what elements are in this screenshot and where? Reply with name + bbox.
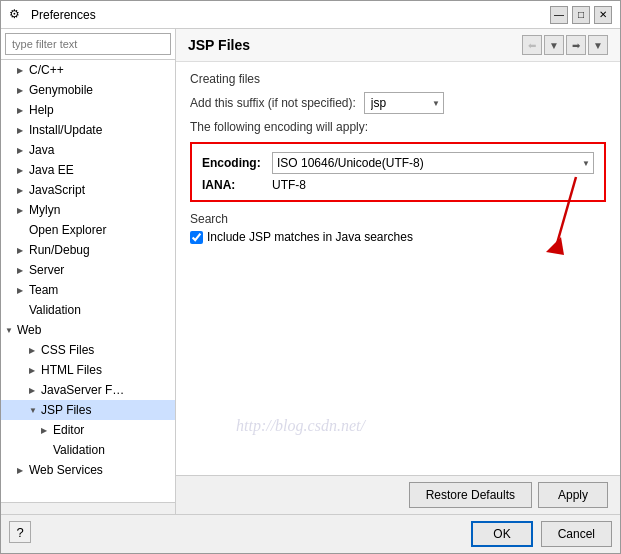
nav-dropdown-button[interactable]: ▼ [544,35,564,55]
sidebar-item-genymobile[interactable]: ▶ Genymobile [1,80,175,100]
sidebar-scrollbar[interactable] [1,502,175,514]
iana-label: IANA: [202,178,272,192]
panel-nav: ⬅ ▼ ➡ ▼ [522,35,608,55]
suffix-select-wrapper: jsp jspx jsf [364,92,444,114]
expand-arrow-icon: ▶ [29,366,41,375]
panel-header: JSP Files ⬅ ▼ ➡ ▼ [176,29,620,62]
expand-arrow-icon: ▶ [17,186,29,195]
maximize-button[interactable]: □ [572,6,590,24]
encoding-select[interactable]: ISO 10646/Unicode(UTF-8) UTF-8 UTF-16 IS… [272,152,594,174]
expand-arrow-icon: ▶ [17,266,29,275]
include-jsp-label[interactable]: Include JSP matches in Java searches [207,230,413,244]
sidebar-item-java-ee[interactable]: ▶ Java EE [1,160,175,180]
restore-defaults-button[interactable]: Restore Defaults [409,482,532,508]
sidebar-item-help[interactable]: ▶ Help [1,100,175,120]
expand-arrow-icon: ▶ [17,86,29,95]
cancel-button[interactable]: Cancel [541,521,612,547]
collapse-arrow-icon: ▼ [29,406,41,415]
sidebar-item-web-services[interactable]: ▶ Web Services [1,460,175,480]
expand-arrow-icon: ▶ [17,66,29,75]
title-bar-controls: — □ ✕ [550,6,612,24]
include-jsp-checkbox[interactable] [190,231,203,244]
expand-arrow-icon: ▶ [41,426,53,435]
sidebar-item-mylyn[interactable]: ▶ Mylyn [1,200,175,220]
footer-bar: ? OK Cancel [1,514,620,553]
ok-button[interactable]: OK [471,521,532,547]
search-section: Search Include JSP matches in Java searc… [190,212,606,244]
suffix-label: Add this suffix (if not specified): [190,96,356,110]
sidebar-item-cpp[interactable]: ▶ C/C++ [1,60,175,80]
search-input[interactable] [5,33,171,55]
minimize-button[interactable]: — [550,6,568,24]
sidebar-item-install-update[interactable]: ▶ Install/Update [1,120,175,140]
encoding-select-wrapper: ISO 10646/Unicode(UTF-8) UTF-8 UTF-16 IS… [272,152,594,174]
nav-back-button[interactable]: ⬅ [522,35,542,55]
expand-arrow-icon: ▶ [17,466,29,475]
encoding-label: Encoding: [202,156,272,170]
expand-arrow-icon: ▶ [17,286,29,295]
expand-arrow-icon: ▶ [17,126,29,135]
panel-body: Creating files Add this suffix (if not s… [176,62,620,475]
restore-apply-bar: Restore Defaults Apply [176,475,620,514]
search-box [1,29,175,60]
window-title: Preferences [31,8,550,22]
encoding-row: Encoding: ISO 10646/Unicode(UTF-8) UTF-8… [202,152,594,174]
help-icon[interactable]: ? [9,521,31,543]
nav-forward-button[interactable]: ➡ [566,35,586,55]
encoding-box: Encoding: ISO 10646/Unicode(UTF-8) UTF-8… [190,142,606,202]
sidebar-item-jsp-files[interactable]: ▼ JSP Files [1,400,175,420]
sidebar-item-editor[interactable]: ▶ Editor [1,420,175,440]
expand-arrow-icon: ▶ [17,166,29,175]
expand-arrow-icon: ▶ [17,206,29,215]
apply-button[interactable]: Apply [538,482,608,508]
sidebar-item-validation-sub[interactable]: Validation [1,440,175,460]
main-panel: JSP Files ⬅ ▼ ➡ ▼ Creating files Add thi… [176,29,620,514]
close-button[interactable]: ✕ [594,6,612,24]
title-bar: ⚙ Preferences — □ ✕ [1,1,620,29]
suffix-row: Add this suffix (if not specified): jsp … [190,92,606,114]
creating-files-label: Creating files [190,72,606,86]
sidebar-item-javascript[interactable]: ▶ JavaScript [1,180,175,200]
sidebar-item-team[interactable]: ▶ Team [1,280,175,300]
window-icon: ⚙ [9,7,25,23]
sidebar-item-css-files[interactable]: ▶ CSS Files [1,340,175,360]
include-jsp-row: Include JSP matches in Java searches [190,230,606,244]
sidebar-item-web[interactable]: ▼ Web [1,320,175,340]
sidebar-item-server[interactable]: ▶ Server [1,260,175,280]
sidebar-item-run-debug[interactable]: ▶ Run/Debug [1,240,175,260]
search-section-title: Search [190,212,606,226]
sidebar-item-javaserver-faces[interactable]: ▶ JavaServer Faces 1 [1,380,175,400]
sidebar-item-java[interactable]: ▶ Java [1,140,175,160]
tree-area: ▶ C/C++ ▶ Genymobile ▶ Help ▶ Install/Up… [1,60,175,502]
expand-arrow-icon: ▶ [29,346,41,355]
preferences-window: ⚙ Preferences — □ ✕ ▶ C/C++ ▶ Genymobile [0,0,621,554]
watermark: http://blog.csdn.net/ [236,417,365,435]
suffix-select[interactable]: jsp jspx jsf [364,92,444,114]
encoding-section-label: The following encoding will apply: [190,120,606,134]
panel-title: JSP Files [188,37,250,53]
expand-arrow-icon: ▶ [17,146,29,155]
nav-menu-button[interactable]: ▼ [588,35,608,55]
sidebar-item-validation[interactable]: Validation [1,300,175,320]
sidebar-item-html-files[interactable]: ▶ HTML Files [1,360,175,380]
expand-arrow-icon: ▶ [17,246,29,255]
expand-arrow-icon: ▶ [29,386,41,395]
collapse-arrow-icon: ▼ [5,326,17,335]
iana-value: UTF-8 [272,178,306,192]
expand-arrow-icon: ▶ [17,106,29,115]
content-area: ▶ C/C++ ▶ Genymobile ▶ Help ▶ Install/Up… [1,29,620,514]
iana-row: IANA: UTF-8 [202,178,594,192]
sidebar: ▶ C/C++ ▶ Genymobile ▶ Help ▶ Install/Up… [1,29,176,514]
sidebar-item-open-explorer[interactable]: Open Explorer [1,220,175,240]
